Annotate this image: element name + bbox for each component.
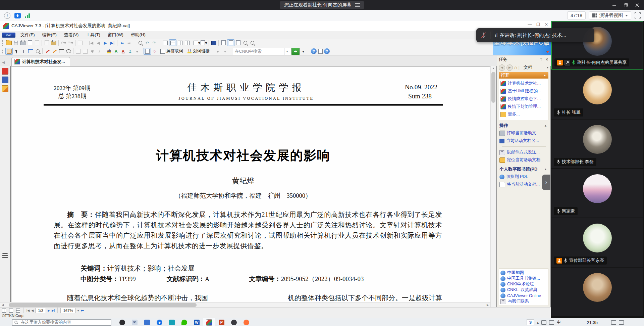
- copy-icon[interactable]: [43, 40, 50, 46]
- taskbar-app-icon[interactable]: [116, 318, 128, 326]
- ellipse-tool-icon[interactable]: [65, 48, 72, 54]
- taskbar-app-icon-active[interactable]: [203, 318, 215, 326]
- meeting-info-icon[interactable]: i: [4, 12, 10, 19]
- cajviewer-online-link[interactable]: CAJViewer Online: [500, 293, 547, 298]
- print-icon[interactable]: [19, 40, 26, 46]
- pane-doc-selector[interactable]: 文档: [524, 64, 532, 71]
- menu-window[interactable]: 窗口(W): [104, 32, 127, 38]
- paste-icon[interactable]: [50, 40, 57, 46]
- anchor-note-icon[interactable]: ⚓: [127, 48, 133, 54]
- pane-back-icon[interactable]: ◀: [499, 64, 505, 71]
- zoom-in-icon[interactable]: [249, 40, 256, 46]
- find-icon[interactable]: [137, 40, 144, 46]
- fit-page-icon[interactable]: [220, 40, 227, 46]
- document-viewport[interactable]: 2022年 第09期 总 第238期 佳木斯职业学院学报 JOURNAL OF …: [10, 66, 490, 318]
- help-icon[interactable]: ?: [311, 48, 317, 54]
- tray-display-icon[interactable]: [541, 320, 546, 325]
- first-page-button[interactable]: |◀: [26, 309, 30, 312]
- catalog-panel-icon[interactable]: [2, 68, 8, 75]
- taskbar-app-icon[interactable]: [178, 318, 191, 326]
- pin-icon[interactable]: [539, 58, 543, 61]
- next-view-icon[interactable]: ➡: [126, 40, 132, 46]
- pin-note-icon[interactable]: ●: [134, 48, 141, 54]
- thumbnail-view-icon[interactable]: [1, 307, 7, 314]
- participant-tile[interactable]: 社长 张胤: [551, 70, 643, 119]
- fit-width-icon[interactable]: [227, 39, 234, 46]
- document-tab[interactable]: 计算机技术对社会发...: [11, 57, 70, 66]
- windows-search-input[interactable]: [20, 320, 109, 325]
- prev-page-icon[interactable]: ◀: [95, 40, 102, 46]
- reference-books-link[interactable]: 中国工具书集锦...: [500, 276, 547, 281]
- taskbar-clock[interactable]: 21:35: [587, 320, 598, 325]
- locate-doc-link[interactable]: 定位当前活动文档: [499, 156, 548, 164]
- meeting-protect-icon[interactable]: [14, 13, 21, 18]
- next-page-icon[interactable]: ▶: [102, 40, 109, 46]
- next-result-icon[interactable]: ▾: [222, 48, 228, 54]
- media-tool-icon[interactable]: ♪: [96, 48, 103, 54]
- back-view-button[interactable]: ⬅: [80, 308, 84, 313]
- word-link-button[interactable]: U 划词链接: [185, 48, 212, 55]
- pane-home-icon[interactable]: ⌂: [514, 65, 517, 70]
- close-button[interactable]: [632, 1, 642, 9]
- mail-doc-icon[interactable]: [34, 40, 40, 46]
- cnki-forum-link[interactable]: CNKI学术论坛: [500, 281, 547, 287]
- zoom-dropdown-icon[interactable]: ▾: [77, 309, 79, 312]
- image-select-icon[interactable]: [27, 48, 34, 54]
- zoom-select-icon[interactable]: [34, 48, 41, 54]
- rectangle-tool-icon[interactable]: [58, 48, 65, 54]
- fullscreen-view-icon[interactable]: [210, 40, 217, 46]
- cnki-search-input[interactable]: [233, 49, 284, 54]
- minimize-button[interactable]: [609, 1, 619, 9]
- cnki-link[interactable]: 中国知网: [500, 270, 547, 276]
- prev-result-icon[interactable]: ▸: [215, 48, 221, 54]
- fill-tool-icon[interactable]: [75, 48, 82, 54]
- zoom-out-icon[interactable]: [242, 40, 249, 46]
- vertical-scroll-thumb[interactable]: [491, 72, 495, 103]
- prev-view-icon[interactable]: ⬅: [119, 40, 125, 46]
- screen-pick-button[interactable]: 屏幕取词: [158, 48, 185, 55]
- properties-icon[interactable]: [77, 40, 84, 46]
- menu-tools[interactable]: 工具(T): [82, 32, 104, 38]
- highlight-tool-icon[interactable]: ab: [106, 48, 112, 54]
- scroll-view-icon[interactable]: [15, 307, 21, 314]
- participant-tile[interactable]: [551, 268, 643, 316]
- print-doc-link[interactable]: 打印当前活动文...: [499, 129, 548, 137]
- text-color-green-icon[interactable]: A: [113, 48, 119, 54]
- caj-restore-icon[interactable]: ❐: [536, 22, 540, 27]
- recent-doc-link[interactable]: 计算机技术对社...: [500, 80, 547, 87]
- print-preview-icon[interactable]: [26, 40, 33, 46]
- search-dropdown-icon[interactable]: ▾: [284, 48, 290, 55]
- tray-volume-icon[interactable]: [549, 320, 554, 325]
- single-page-icon[interactable]: [162, 40, 169, 46]
- pane-doc-dropdown-icon[interactable]: ▾: [547, 66, 548, 69]
- menu-edit[interactable]: 编辑(E): [39, 32, 60, 38]
- view-mode-selector[interactable]: 演讲者视图: [589, 11, 631, 19]
- horizontal-scrollbar[interactable]: ◀ ▶: [0, 302, 490, 308]
- search-go-dropdown-icon[interactable]: ▾: [300, 48, 307, 54]
- scroll-left-icon[interactable]: ◀: [0, 302, 5, 308]
- last-page-button[interactable]: ▶|: [52, 309, 55, 312]
- taskbar-app-icon[interactable]: [166, 318, 178, 326]
- menu-view[interactable]: 查看(V): [60, 32, 82, 38]
- scroll-up-icon[interactable]: ▲: [491, 66, 496, 71]
- page-view-icon[interactable]: [8, 307, 14, 314]
- participant-tile[interactable]: 宣传部部长官东亮: [551, 218, 643, 267]
- recent-doc-link[interactable]: 疫情防控常态下...: [500, 95, 547, 103]
- fullscreen-icon[interactable]: [635, 12, 641, 18]
- taskbar-app-icon[interactable]: e: [153, 318, 166, 326]
- participant-tile[interactable]: 陶家豪: [551, 169, 643, 218]
- rotate-right-icon[interactable]: ↷: [151, 40, 158, 46]
- save-as-link[interactable]: 当前活动文档另...: [499, 137, 548, 145]
- dictionary-link[interactable]: CNKI...汉英辞典: [500, 287, 547, 293]
- menu-file[interactable]: 文件(F): [17, 32, 39, 38]
- show-desktop-button[interactable]: [642, 318, 644, 326]
- switch-pdl-link[interactable]: 切换到 PDL: [499, 173, 548, 181]
- help-doc-icon[interactable]: [317, 48, 324, 54]
- notification-icon[interactable]: [619, 320, 624, 325]
- note-tool-icon[interactable]: [144, 48, 151, 55]
- taskbar-app-icon[interactable]: [141, 318, 153, 326]
- section-pdl-header[interactable]: 个人数字图书馆(PD▲: [499, 164, 548, 173]
- vertical-scrollbar[interactable]: ▲ ▼: [490, 66, 496, 318]
- touch-keyboard-icon[interactable]: [611, 320, 616, 325]
- brush-tool-icon[interactable]: [51, 48, 58, 54]
